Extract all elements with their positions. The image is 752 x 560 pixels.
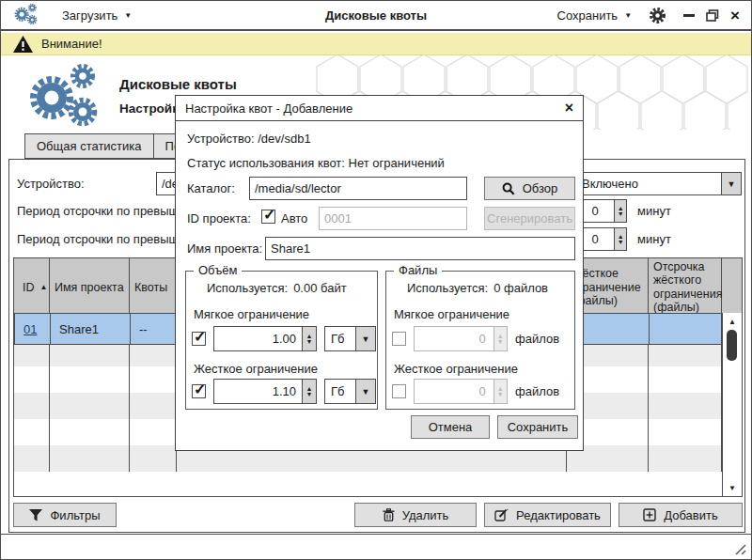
maximize-button[interactable] [706,9,719,22]
quota-state-select[interactable]: Включено ▼ [575,172,742,195]
app-gears-icon [12,3,38,28]
titlebar: Загрузить ▼ Дисковые квоты Сохранить ▼ [1,1,751,31]
files-soft-input [415,327,494,350]
files-soft-unit: файлов [515,332,559,346]
menu-load-label: Загрузить [62,8,118,23]
project-name-cell: Share1 [51,314,131,344]
browse-button[interactable]: Обзор [484,177,575,200]
device-label: Устройство: [17,177,85,191]
scroll-up-icon[interactable]: ▲ [723,315,742,328]
grace-period-1-unit: минут [637,204,671,218]
volume-soft-input[interactable] [214,327,302,350]
volume-soft-spinner[interactable]: ▲▼ [213,326,317,351]
volume-hard-input[interactable] [214,380,302,403]
dialog-device-line: Устройство: /dev/sdb1 [187,132,311,146]
volume-hard-unit: Гб [325,380,355,403]
page-title: Дисковые квоты [119,76,237,92]
files-soft-limit-label: Мягкое ограничение [394,307,509,321]
dialog-close-icon[interactable]: × [565,101,573,116]
files-soft-checkbox[interactable] [392,332,406,346]
delete-button[interactable]: Удалить [354,503,477,527]
project-name-input[interactable] [265,237,575,260]
spinner-arrows-icon[interactable]: ▲▼ [302,327,316,350]
close-window-button[interactable]: × [730,8,740,23]
volume-hard-limit-label: Жесткое ограничение [194,362,318,376]
menu-save-label: Сохранить [557,8,619,23]
project-id-link[interactable]: 01 [24,322,37,336]
project-id-input [319,207,467,230]
volume-soft-unit: Гб [325,327,355,350]
status-bar [1,534,751,559]
table-vertical-scrollbar[interactable]: ▲ ▼ [722,313,742,496]
volume-soft-unit-select[interactable]: Гб ▼ [324,326,376,351]
add-button[interactable]: Добавить [619,503,743,527]
dialog-quota-status-line: Статус использования квот: Нет ограничен… [187,156,445,170]
filters-button[interactable]: Фильтры [13,503,117,527]
generate-button: Сгенерировать [484,207,575,230]
chevron-down-icon[interactable]: ▼ [721,173,741,194]
volume-used-label: Используется: [207,281,288,295]
filter-funnel-icon [29,509,42,521]
column-header-quotas[interactable]: Квоты [130,258,177,318]
files-used-value: 0 файлов [494,281,548,295]
column-header-project-name[interactable]: Имя проекта [50,258,130,318]
scroll-down-icon[interactable]: ▼ [723,481,742,494]
chevron-down-icon[interactable]: ▼ [355,380,375,403]
tab-general-statistics[interactable]: Общая статистика [24,133,153,159]
menu-load[interactable]: Загрузить ▼ [62,8,132,23]
chevron-down-icon: ▼ [624,11,632,20]
quota-add-dialog: Настройка квот - Добавление × Устройство… [175,95,584,451]
plus-square-icon [643,508,656,521]
catalog-input[interactable] [249,177,467,200]
column-header-scroll-spacer [722,258,742,318]
column-header-hard-limit-grace-files[interactable]: Отсрочка жёсткого ограничения (файлы) [649,258,722,318]
files-group: Файлы Используется: 0 файлов Мягкое огра… [385,271,575,410]
volume-hard-unit-select[interactable]: Гб ▼ [324,379,376,404]
project-name-label: Имя проекта: [187,241,262,256]
settings-gear-icon[interactable] [649,7,666,24]
warning-banner: Внимание! [1,33,751,55]
volume-hard-spinner[interactable]: ▲▼ [213,379,317,404]
search-icon [502,182,515,195]
catalog-label: Каталог: [187,181,235,195]
edit-button[interactable]: Редактировать [484,503,611,527]
app-logo-gears [16,63,106,132]
chevron-down-icon: ▼ [124,11,132,20]
files-hard-spinner: ▲▼ [414,379,508,404]
volume-legend: Объём [194,263,242,277]
spinner-arrows-icon: ▲▼ [494,327,507,350]
dialog-title: Настройка квот - Добавление [185,101,352,116]
volume-group: Объём Используется: 0.00 байт Мягкое огр… [185,271,378,410]
files-legend: Файлы [394,263,442,277]
spinner-arrows-icon: ▲▼ [494,380,507,403]
column-header-id[interactable]: ID ▲ [14,258,50,318]
trash-icon [383,508,395,521]
files-hard-limit-label: Жесткое ограничение [394,362,518,376]
resize-grip[interactable] [733,542,746,555]
minimize-button[interactable] [683,14,695,17]
scrollbar-thumb[interactable] [727,330,737,361]
menu-save[interactable]: Сохранить ▼ [557,8,633,23]
warning-icon [13,36,33,53]
save-button[interactable]: Сохранить [497,415,578,439]
sort-asc-icon: ▲ [40,283,48,291]
spinner-arrows-icon[interactable]: ▲▼ [302,380,316,403]
grace-period-2-unit: минут [637,232,671,246]
dialog-titlebar: Настройка квот - Добавление × [176,96,583,121]
volume-used-value: 0.00 байт [293,281,347,295]
project-id-label: ID проекта: [187,211,251,226]
volume-soft-limit-label: Мягкое ограничение [194,307,309,321]
auto-checkbox[interactable] [261,210,275,224]
files-hard-checkbox[interactable] [392,384,406,398]
edit-pencil-icon [494,508,509,521]
quotas-cell: -- [131,314,178,344]
volume-soft-checkbox[interactable] [192,332,206,346]
cancel-button[interactable]: Отмена [411,415,490,439]
files-hard-input [415,380,494,403]
chevron-down-icon[interactable]: ▼ [355,327,375,350]
warning-text: Внимание! [41,37,102,51]
files-hard-unit: файлов [515,384,559,398]
spinner-arrows-icon[interactable]: ▲▼ [614,200,626,222]
volume-hard-checkbox[interactable] [192,384,206,398]
spinner-arrows-icon[interactable]: ▲▼ [614,228,626,250]
